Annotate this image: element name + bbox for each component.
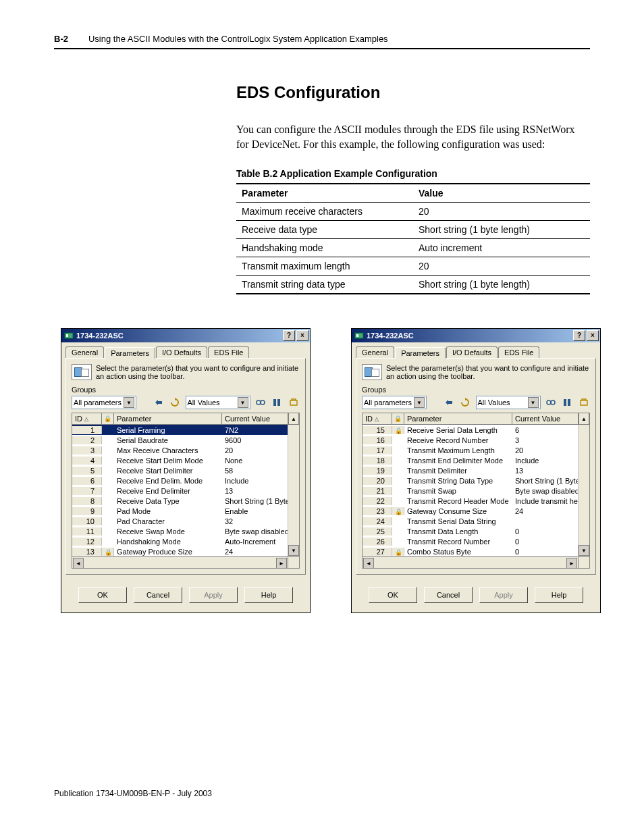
grid-row[interactable]: 19Transmit Delimiter13 [363, 465, 589, 475]
toolbar-refresh-icon[interactable] [459, 395, 471, 410]
toolbar-icon[interactable] [287, 395, 299, 410]
grid-row[interactable]: 23🔒Gateway Consume Size24 [363, 506, 589, 516]
grid-row[interactable]: 2Serial Baudrate9600 [72, 435, 299, 445]
grid-row[interactable]: 13🔒Gateway Produce Size24 [72, 546, 299, 556]
publication-footer: Publication 1734-UM009B-EN-P - July 2003 [54, 789, 590, 798]
toolbar-icon[interactable] [254, 395, 267, 410]
tab-general[interactable]: General [356, 346, 394, 358]
values-combo[interactable]: All Values ▼ [476, 396, 541, 409]
grid-row[interactable]: 8Receive Data TypeShort String (1 Byte L… [72, 496, 299, 506]
grid-row[interactable]: 10Pad Character32 [72, 516, 299, 526]
scroll-left-button[interactable]: ◄ [363, 558, 374, 569]
grid-row[interactable]: 26Transmit Record Number0 [363, 536, 589, 546]
table-caption: Table B.2 Application Example Configurat… [236, 168, 590, 179]
toolbar-icon[interactable] [271, 395, 283, 410]
tab-io-defaults[interactable]: I/O Defaults [446, 346, 498, 358]
cell-parameter: Transmit Serial Data String [404, 517, 512, 525]
cell-parameter: Handshaking Mode [114, 538, 222, 546]
scroll-up-button[interactable]: ▲ [579, 413, 589, 424]
toolbar-icon[interactable] [561, 395, 573, 410]
titlebar[interactable]: 1734-232ASC ? × [61, 329, 310, 342]
config-table: Parameter Value Maximum receive characte… [236, 183, 590, 294]
ok-button[interactable]: OK [78, 587, 127, 603]
apply-button[interactable]: Apply [189, 587, 238, 603]
values-combo[interactable]: All Values ▼ [186, 396, 250, 409]
toolbar-action-icon[interactable] [443, 395, 455, 410]
cancel-button[interactable]: Cancel [134, 587, 182, 603]
grid-row[interactable]: 15🔒Receive Serial Data Length6 [363, 425, 589, 435]
col-current-value[interactable]: Current Value [512, 413, 579, 424]
scroll-down-button[interactable]: ▼ [579, 545, 589, 556]
cancel-button[interactable]: Cancel [424, 587, 473, 603]
help-button[interactable]: ? [283, 330, 295, 341]
col-lock-icon[interactable]: 🔒 [392, 413, 404, 424]
grid-row[interactable]: 1Serial Framing7N2 [72, 425, 299, 435]
tab-parameters[interactable]: Parameters [395, 347, 446, 359]
vertical-scrollbar[interactable]: ▼ [578, 425, 589, 556]
grid-row[interactable]: 11Receive Swap ModeByte swap disabled [72, 526, 299, 536]
grid-row[interactable]: 7Receive End Delimiter13 [72, 486, 299, 496]
tab-parameters[interactable]: Parameters [105, 347, 155, 359]
cell-parameter: Transmit Data Length [404, 527, 512, 536]
col-current-value[interactable]: Current Value [222, 413, 288, 424]
col-lock-icon[interactable]: 🔒 [102, 413, 114, 424]
tab-io-defaults[interactable]: I/O Defaults [156, 346, 207, 358]
grid-row[interactable]: 27🔒Combo Status Byte0 [363, 546, 589, 556]
cell-id: 12 [72, 538, 102, 546]
tab-eds-file[interactable]: EDS File [498, 346, 539, 358]
grid-row[interactable]: 12Handshaking ModeAuto-Increment [72, 536, 299, 546]
tab-eds-file[interactable]: EDS File [208, 346, 249, 358]
toolbar-icon[interactable] [545, 395, 557, 410]
grid-row[interactable]: 24Transmit Serial Data String [363, 516, 589, 526]
lock-icon: 🔒 [392, 507, 404, 515]
grid-row[interactable]: 18Transmit End Delimiter ModeInclude [363, 455, 589, 465]
cell-parameter: Receive Record Number [404, 436, 512, 444]
col-id[interactable]: ID△ [72, 413, 102, 424]
grid-row[interactable]: 21Transmit SwapByte swap disabled [363, 486, 589, 496]
tab-general[interactable]: General [65, 346, 104, 358]
vertical-scrollbar[interactable]: ▼ [288, 425, 299, 556]
grid-row[interactable]: 9Pad ModeEnable [72, 506, 299, 516]
grid-row[interactable]: 22Transmit Record Header ModeInclude tra… [363, 496, 589, 506]
close-button[interactable]: × [587, 330, 599, 341]
groups-combo[interactable]: All parameters ▼ [362, 396, 427, 409]
scroll-right-button[interactable]: ► [566, 558, 577, 569]
grid-row[interactable]: 4Receive Start Delim ModeNone [72, 455, 299, 465]
cell-parameter: Pad Character [114, 517, 222, 525]
grid-row[interactable]: 5Receive Start Delimiter58 [72, 465, 299, 475]
grid-row[interactable]: 17Transmit Maximum Length20 [363, 445, 589, 455]
horizontal-scrollbar[interactable]: ◄ ► [72, 556, 299, 568]
help-button[interactable]: Help [244, 587, 293, 603]
cell-id: 11 [72, 527, 102, 536]
titlebar[interactable]: 1734-232ASC ? × [352, 329, 600, 342]
grid-row[interactable]: 25Transmit Data Length0 [363, 526, 589, 536]
help-button[interactable]: Help [535, 587, 583, 603]
help-button[interactable]: ? [573, 330, 585, 341]
grid-row[interactable]: 16Receive Record Number3 [363, 435, 589, 445]
toolbar-icon[interactable] [577, 395, 589, 410]
scroll-right-button[interactable]: ► [276, 558, 287, 569]
grid-row[interactable]: 3Max Receive Characters20 [72, 445, 299, 455]
sort-asc-icon: △ [375, 416, 379, 422]
ok-button[interactable]: OK [369, 587, 417, 603]
scroll-left-button[interactable]: ◄ [73, 558, 84, 569]
cell-parameter: Transmit maximum length [236, 257, 413, 276]
close-button[interactable]: × [296, 330, 308, 341]
scroll-down-button[interactable]: ▼ [288, 545, 299, 556]
scroll-up-button[interactable]: ▲ [288, 413, 299, 424]
dialog-left: 1734-232ASC ? × General Parameters I/O D… [61, 328, 311, 613]
groups-combo[interactable]: All parameters ▼ [72, 396, 136, 409]
col-parameter[interactable]: Parameter [404, 413, 512, 424]
horizontal-scrollbar[interactable]: ◄ ► [363, 556, 589, 568]
toolbar-refresh-icon[interactable] [169, 395, 181, 410]
parameter-grid: ID△ 🔒 Parameter Current Value ▲ 1Serial … [72, 413, 300, 569]
col-parameter[interactable]: Parameter [114, 413, 222, 424]
col-id[interactable]: ID△ [363, 413, 392, 424]
toolbar-action-icon[interactable] [153, 395, 165, 410]
lock-icon: 🔒 [392, 548, 404, 556]
apply-button[interactable]: Apply [479, 587, 528, 603]
svg-rect-12 [568, 399, 570, 406]
grid-row[interactable]: 6Receive End Delim. ModeInclude [72, 475, 299, 486]
grid-row[interactable]: 20Transmit String Data TypeShort String … [363, 475, 589, 486]
cell-value: Auto increment [413, 239, 590, 257]
